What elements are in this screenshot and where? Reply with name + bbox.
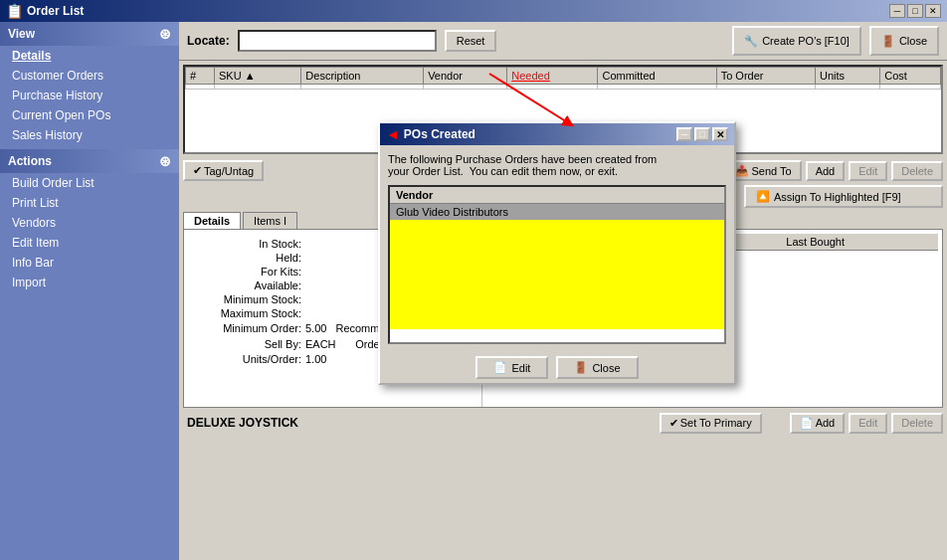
sidebar-item-import[interactable]: Import [0, 273, 179, 292]
view-label: View [8, 27, 35, 41]
window-title: Order List [27, 4, 84, 18]
dialog-minimize-button[interactable]: ─ [676, 127, 692, 141]
vendor-yellow-area [390, 220, 724, 329]
app-icon: 📋 [6, 3, 23, 19]
sidebar-item-customer-orders[interactable]: Customer Orders [0, 66, 179, 86]
view-collapse-icon: ⊛ [159, 26, 171, 42]
view-header[interactable]: View ⊛ [0, 22, 179, 46]
maximize-button[interactable]: □ [907, 4, 923, 18]
dialog-close-x-button[interactable]: ✕ [712, 127, 728, 141]
dialog-arrow-icon: ◄ [386, 126, 400, 142]
dialog-edit-label: Edit [511, 362, 530, 374]
dialog-close-icon: 🚪 [574, 361, 588, 374]
sidebar: View ⊛ Details Customer Orders Purchase … [0, 22, 179, 560]
minimize-button[interactable]: ─ [889, 4, 905, 18]
vendor-list-item[interactable]: Glub Video Distributors [390, 204, 724, 220]
edit-doc-icon: 📄 [493, 361, 507, 374]
sidebar-item-info-bar[interactable]: Info Bar [0, 253, 179, 273]
dialog-overlay: ◄ POs Created ─ □ ✕ The following Purcha… [179, 22, 947, 560]
actions-section: Actions ⊛ Build Order List Print List Ve… [0, 149, 179, 292]
view-section: View ⊛ Details Customer Orders Purchase … [0, 22, 179, 145]
sidebar-item-vendors[interactable]: Vendors [0, 213, 179, 233]
dialog-title-bar: ◄ POs Created ─ □ ✕ [380, 123, 734, 145]
sidebar-item-sales-history[interactable]: Sales History [0, 125, 179, 145]
svg-line-0 [489, 74, 569, 123]
vendor-list[interactable]: Vendor Glub Video Distributors [388, 185, 726, 344]
title-bar: 📋 Order List ─ □ ✕ [0, 0, 947, 22]
dialog-close-label: Close [592, 362, 620, 374]
content-area: Locate: Reset 🔧 Create PO's [F10] 🚪 Clos… [179, 22, 947, 560]
sidebar-item-current-open-pos[interactable]: Current Open POs [0, 105, 179, 125]
sidebar-item-details[interactable]: Details [0, 46, 179, 66]
dialog-title-text: POs Created [404, 127, 475, 141]
title-bar-buttons: ─ □ ✕ [889, 4, 941, 18]
dialog-maximize-button[interactable]: □ [694, 127, 710, 141]
actions-collapse-icon: ⊛ [159, 153, 171, 169]
dialog-message: The following Purchase Orders have been … [388, 153, 726, 177]
dialog-body: The following Purchase Orders have been … [380, 145, 734, 352]
sidebar-item-purchase-history[interactable]: Purchase History [0, 86, 179, 105]
sidebar-item-print-list[interactable]: Print List [0, 193, 179, 213]
dialog-title-buttons: ─ □ ✕ [676, 127, 728, 141]
sidebar-item-build-order-list[interactable]: Build Order List [0, 173, 179, 193]
dialog-close-button[interactable]: 🚪 Close [556, 356, 638, 379]
pos-created-dialog: ◄ POs Created ─ □ ✕ The following Purcha… [378, 121, 736, 385]
actions-header[interactable]: Actions ⊛ [0, 149, 179, 173]
actions-label: Actions [8, 154, 52, 168]
dialog-edit-button[interactable]: 📄 Edit [475, 356, 548, 379]
close-window-button[interactable]: ✕ [925, 4, 941, 18]
sidebar-item-edit-item[interactable]: Edit Item [0, 233, 179, 253]
vendor-list-header: Vendor [390, 187, 724, 204]
dialog-footer: 📄 Edit 🚪 Close [380, 352, 734, 383]
